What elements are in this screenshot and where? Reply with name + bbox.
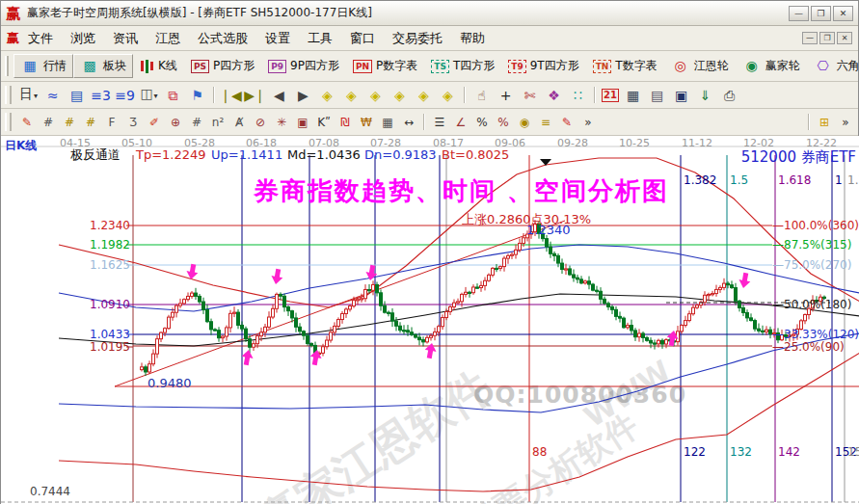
- gold-circle-icon[interactable]: ◉: [514, 114, 535, 131]
- t-number-table-icon: TN: [593, 60, 612, 73]
- 9p-square-button[interactable]: P99P四方形: [261, 55, 346, 77]
- candle-body: [357, 300, 360, 301]
- grid-123-icon[interactable]: ▦: [377, 114, 398, 131]
- ying-grid-icon[interactable]: ₩: [356, 114, 377, 131]
- sectors-button[interactable]: ▩板块: [73, 54, 133, 78]
- shen-grid-icon[interactable]: ₪: [335, 114, 356, 131]
- menu-file[interactable]: 文件: [19, 27, 62, 50]
- menu-formula-stock-pick[interactable]: 公式选股: [189, 27, 256, 50]
- crosshair-icon[interactable]: +: [494, 86, 518, 105]
- diamond-all-icon[interactable]: ◈: [436, 86, 460, 105]
- calculator-icon[interactable]: ▦: [621, 86, 645, 105]
- notepad-icon[interactable]: ▤: [645, 86, 669, 105]
- annotate-scissors-icon[interactable]: ✄: [518, 86, 542, 105]
- signal-arrow-up: [240, 349, 255, 366]
- clipboard-icon[interactable]: ▤: [65, 86, 89, 105]
- diamond-cross-icon[interactable]: ◈: [388, 86, 412, 105]
- starburst-icon[interactable]: ✳: [271, 114, 292, 131]
- quotes-button[interactable]: ▦行情: [13, 54, 73, 78]
- wave-9-icon[interactable]: ≡9: [113, 86, 137, 105]
- purple-tool-icon[interactable]: ❖: [542, 86, 566, 105]
- go-next-icon[interactable]: ▶: [291, 86, 315, 105]
- print-icon[interactable]: ⎙: [717, 86, 741, 105]
- candle-body: [260, 332, 263, 336]
- signal-arrow-up: [309, 349, 323, 366]
- gann-jin-grid-1-icon[interactable]: #: [59, 114, 80, 131]
- menu-trade-entrust[interactable]: 交易委托: [384, 27, 451, 50]
- minimize-button[interactable]: —: [789, 6, 809, 21]
- hexagon-button[interactable]: ⎔六角形: [807, 54, 859, 78]
- candle-style-dropdown-icon[interactable]: ◫▾: [137, 84, 161, 106]
- square-target-icon[interactable]: ▣: [292, 114, 313, 131]
- t-number-table-button[interactable]: TNT数字表: [586, 55, 664, 77]
- candle-body: [141, 367, 144, 370]
- n-squared-icon[interactable]: n²: [207, 114, 228, 131]
- diamond-horizontal-icon[interactable]: ◈: [363, 86, 388, 105]
- pattern-tool-icon[interactable]: ⧉: [161, 86, 185, 105]
- mdi-restore-button[interactable]: ❐: [819, 32, 835, 44]
- sectors-label: 板块: [103, 58, 126, 74]
- chart-canvas[interactable]: [1, 136, 859, 504]
- diamond-vertical-icon[interactable]: ◈: [412, 86, 436, 105]
- gong-tool-icon[interactable]: Ʒ: [122, 114, 144, 131]
- trend-scribble-icon[interactable]: ≈: [40, 86, 65, 105]
- chart-area[interactable]: QQ:100800360 赢家江恩软件股票分析软件WWW 日K线 512000 …: [1, 136, 859, 504]
- menu-tools[interactable]: 工具: [299, 27, 341, 50]
- circle-slash-icon[interactable]: ⊘: [250, 114, 271, 131]
- menu-help[interactable]: 帮助: [451, 27, 494, 50]
- diamond-left-icon[interactable]: ◈: [315, 86, 339, 105]
- gann-f-grid-icon[interactable]: F: [101, 114, 122, 131]
- pen-ruler-icon[interactable]: ✐: [144, 114, 165, 131]
- price-list-tool-icon[interactable]: ☰: [429, 114, 450, 131]
- compass-circle-icon[interactable]: ⊕: [165, 114, 186, 131]
- menu-news[interactable]: 资讯: [104, 27, 147, 50]
- close-button[interactable]: ✕: [833, 6, 853, 21]
- menu-gann[interactable]: 江恩: [147, 27, 189, 50]
- maximize-button[interactable]: ❐: [811, 6, 831, 21]
- hand-pan-icon[interactable]: ☝: [470, 86, 494, 105]
- menu-window[interactable]: 窗口: [341, 27, 384, 50]
- diamond-right-icon[interactable]: ◈: [339, 86, 363, 105]
- candle-body: [650, 340, 653, 343]
- candle-body: [550, 247, 552, 253]
- winner-wheel-button[interactable]: ◉赢家轮: [736, 54, 807, 78]
- save-icon[interactable]: ▣: [669, 86, 693, 105]
- gann-grid-icon[interactable]: #: [38, 114, 59, 131]
- a-lines-icon[interactable]: Ⱥ: [228, 114, 250, 131]
- go-prev-icon[interactable]: ◀: [267, 86, 291, 105]
- angle-percent-icon[interactable]: ∠: [450, 114, 471, 131]
- mdi-close-button[interactable]: ✕: [837, 32, 852, 44]
- teal-tool-icon[interactable]: ∷: [566, 86, 590, 105]
- percent-line-icon[interactable]: %: [493, 114, 514, 131]
- t-square-button[interactable]: TST四方形: [424, 55, 501, 77]
- grid-plain-icon[interactable]: #: [186, 114, 207, 131]
- percent-tool-icon[interactable]: %: [471, 114, 493, 131]
- gann-jin-grid-2-icon[interactable]: #: [80, 114, 101, 131]
- kline-period-dropdown-icon[interactable]: 日▾: [16, 84, 40, 106]
- p-square-button[interactable]: PSP四方形: [184, 55, 261, 77]
- mdi-minimize-button[interactable]: —: [802, 32, 818, 44]
- kline-button[interactable]: K线: [133, 55, 184, 77]
- brush-tool-icon[interactable]: ✎: [556, 114, 577, 131]
- candle-body: [330, 332, 333, 340]
- candle-body: [222, 336, 225, 338]
- p-number-table-button[interactable]: PNP数字表: [346, 55, 424, 77]
- menu-browse[interactable]: 浏览: [62, 27, 104, 50]
- menu-settings[interactable]: 设置: [256, 27, 299, 50]
- candle-body: [472, 287, 475, 293]
- wave-3-icon[interactable]: ≡3: [89, 86, 113, 105]
- more-tools-2-icon[interactable]: »: [835, 114, 856, 131]
- gann-wheel-button[interactable]: ◎江恩轮: [664, 54, 736, 78]
- pen-tool-icon[interactable]: ✎: [16, 114, 38, 131]
- gold-lines-icon[interactable]: ≡: [535, 114, 556, 131]
- yellow-grid-icon[interactable]: ⊞: [814, 114, 835, 131]
- k-marks-icon[interactable]: Kʺ: [313, 114, 335, 131]
- go-first-icon[interactable]: ❘◀: [219, 86, 243, 105]
- 9t-square-button[interactable]: T99T四方形: [501, 55, 585, 77]
- flag-chart-icon[interactable]: ⚑: [185, 86, 209, 105]
- more-tools-1-icon[interactable]: »: [577, 114, 599, 131]
- go-last-icon[interactable]: ▶❘: [243, 86, 267, 105]
- export-icon[interactable]: ⇓: [693, 86, 717, 105]
- width-measure-icon[interactable]: ↔: [398, 114, 419, 131]
- calendar-icon[interactable]: 21: [602, 89, 619, 102]
